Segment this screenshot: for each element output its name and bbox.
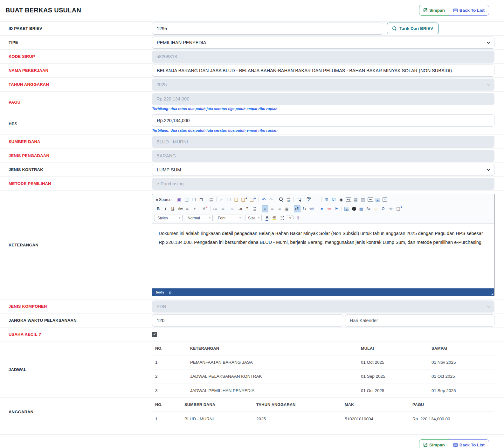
align-center-icon[interactable]: ≡ — [269, 205, 276, 212]
remove-format-icon[interactable]: A◆ — [202, 205, 209, 212]
link-icon[interactable]: ⚭ — [319, 205, 325, 212]
jenis-kontrak-select[interactable]: LUMP SUM — [152, 164, 494, 176]
bold-icon[interactable]: B — [155, 205, 162, 212]
styles-dropdown[interactable]: Styles▾ — [155, 215, 183, 221]
anchor-icon[interactable]: ⚑ — [333, 205, 340, 212]
jangka-waktu-unit-field[interactable]: Hari Kalender — [345, 314, 494, 327]
editor-content-area[interactable]: Dokumen ini adalah ringkasan detail peng… — [152, 224, 494, 288]
back-to-list-button-footer[interactable]: Back To List — [449, 439, 489, 448]
about-icon[interactable]: ? — [295, 215, 301, 222]
image-icon[interactable] — [343, 205, 350, 212]
text-field-icon[interactable]: ab| — [346, 197, 351, 202]
back-to-list-button[interactable]: Back To List — [449, 5, 489, 16]
form: ID PAKET BRIEV Tarik Dari BRIEV TIPE PEM… — [0, 22, 504, 426]
hps-input[interactable] — [152, 114, 494, 127]
table-icon[interactable]: ▦ — [358, 205, 365, 212]
hidden-field-icon[interactable]: ab — [383, 197, 387, 202]
smiley-icon[interactable]: ☺ — [373, 205, 379, 212]
select-field-icon[interactable]: ▥ — [360, 196, 366, 203]
tipe-select[interactable]: PEMILIHAN PENYEDIA — [152, 37, 494, 49]
rtl-icon[interactable]: ¶◂ — [301, 205, 308, 212]
usaha-kecil-checkbox[interactable] — [152, 332, 157, 337]
source-button[interactable]: ‹›Source — [155, 196, 172, 203]
jangka-waktu-input[interactable] — [152, 314, 343, 327]
div-container-icon[interactable]: DIV</> — [252, 205, 258, 212]
maximize-icon[interactable]: ↖↗↙↘ — [279, 215, 286, 222]
spellcheck-icon[interactable]: ABC✓ — [306, 196, 312, 203]
indent-icon[interactable]: ⇥ — [237, 205, 244, 212]
bg-color-icon[interactable]: ab‐ — [272, 215, 278, 222]
spellcheck-caret-icon[interactable]: ‐ — [313, 196, 320, 203]
strikethrough-icon[interactable]: abc — [177, 205, 184, 212]
field-label-hps: HPS — [0, 121, 152, 126]
preview-icon[interactable]: ❒ — [190, 196, 197, 203]
table-header-cell: SUMBER DANA — [181, 403, 253, 407]
page-break-icon[interactable]: ⊣⊢ — [387, 205, 395, 212]
resize-grip-icon[interactable]: ◢ — [491, 293, 493, 295]
button-field-icon[interactable]: xxx — [368, 197, 374, 202]
chevron-down-icon — [487, 167, 490, 171]
align-left-icon[interactable]: ≡ — [262, 205, 268, 212]
simpan-button-footer[interactable]: Simpan — [419, 439, 449, 448]
select-all-icon[interactable] — [295, 196, 302, 203]
superscript-icon[interactable]: x² — [192, 205, 198, 212]
align-justify-icon[interactable]: ≣ — [284, 205, 290, 212]
paste-plain-text-icon[interactable]: ❑A — [240, 196, 248, 203]
simpan-button[interactable]: Simpan — [419, 5, 449, 16]
element-path-body[interactable]: body — [156, 290, 164, 294]
size-dropdown[interactable]: Size▾ — [245, 215, 262, 221]
find-icon[interactable] — [278, 196, 285, 203]
save-icon[interactable]: ▣ — [176, 196, 183, 203]
italic-icon[interactable]: I — [162, 205, 169, 212]
bulleted-list-icon[interactable]: •≡ — [219, 205, 226, 212]
special-char-icon[interactable]: Ω — [380, 205, 387, 212]
id-paket-input[interactable] — [152, 23, 383, 35]
field-label-usaha-kecil: USAHA KECIL ? — [0, 332, 152, 337]
horizontal-rule-icon[interactable]: A≡ — [365, 205, 372, 212]
table-header-cell: MULAI — [358, 346, 428, 351]
jangka-waktu-unit-value: Hari Kalender — [350, 318, 378, 323]
cut-icon[interactable]: ✂ — [218, 196, 225, 203]
align-right-icon[interactable]: ≡ — [276, 205, 283, 212]
form-icon[interactable]: ⊞ — [323, 196, 330, 203]
format-dropdown[interactable]: Normal▾ — [185, 215, 213, 221]
font-dropdown[interactable]: Font▾ — [215, 215, 243, 221]
ltr-icon[interactable]: ▸¶ — [294, 205, 300, 212]
show-blocks-icon[interactable]: ¶ — [287, 216, 293, 220]
copy-icon[interactable]: ❐ — [225, 196, 232, 203]
language-icon[interactable]: ⊕A — [308, 205, 315, 212]
pagu-value: Rp.220,134,000 — [156, 96, 189, 101]
numbered-list-icon[interactable]: 1≡ — [212, 205, 219, 212]
unlink-icon[interactable]: ⚮ — [326, 205, 333, 212]
subscript-icon[interactable]: x₂ — [184, 205, 191, 212]
tarik-dari-briev-button[interactable]: Tarik Dari BRIEV — [387, 23, 438, 34]
toolbar-separator — [210, 206, 211, 211]
redo-icon[interactable]: ↷ — [268, 196, 274, 203]
checkbox-field-icon[interactable]: ☑ — [330, 196, 337, 203]
iframe-icon[interactable]: ❏⊕ — [395, 205, 403, 212]
paste-from-word-icon[interactable]: ❑W — [249, 196, 257, 203]
element-path-p[interactable]: p — [169, 290, 171, 294]
field-label-metode-pemilihan: METODE PEMILIHAN — [0, 181, 152, 186]
image-button-icon[interactable] — [375, 196, 381, 203]
print-icon[interactable]: ⊟ — [198, 196, 204, 203]
table-cell: 1 — [152, 417, 181, 421]
radio-field-icon[interactable]: ◉ — [338, 196, 344, 203]
text-color-icon[interactable]: A‐ — [264, 215, 271, 222]
blockquote-icon[interactable]: ❞ — [244, 205, 251, 212]
replace-icon[interactable]: abac — [285, 196, 292, 203]
textarea-field-icon[interactable]: ▦ — [352, 196, 359, 203]
paste-icon[interactable]: ❑ — [233, 196, 239, 203]
outdent-icon[interactable]: ⇤ — [230, 205, 236, 212]
jenis-kontrak-value: LUMP SUM — [157, 167, 181, 172]
undo-icon[interactable]: ↶ — [260, 196, 267, 203]
flash-icon[interactable] — [351, 205, 357, 212]
templates-icon[interactable]: ▤ — [208, 196, 215, 203]
underline-icon[interactable]: U — [169, 205, 176, 212]
form-row-jangka-waktu: JANGKA WAKTU PELAKSANAAN Hari Kalender — [0, 314, 504, 327]
new-page-icon[interactable]: ❏ — [183, 196, 190, 203]
form-row-tahun-anggaran: TAHUN ANGGARAN 2025 — [0, 78, 504, 92]
table-cell: 2025 — [253, 417, 342, 421]
toolbar-separator — [276, 197, 276, 202]
nama-pekerjaan-input[interactable] — [152, 65, 494, 77]
